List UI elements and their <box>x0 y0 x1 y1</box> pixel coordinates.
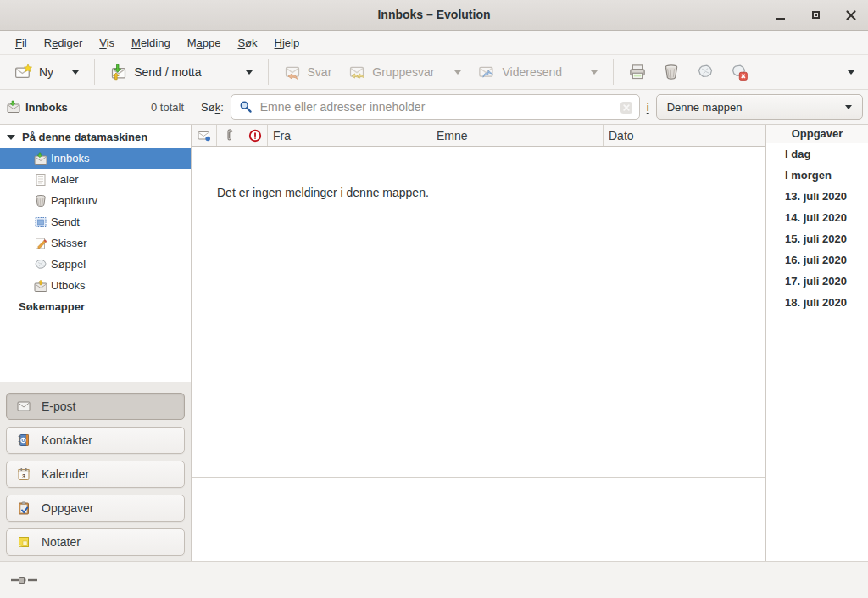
task-group-date[interactable]: 13. juli 2020 <box>766 186 868 207</box>
search-scope-dropdown[interactable]: Denne mappen <box>656 94 863 120</box>
column-attachment[interactable] <box>217 125 242 146</box>
folder-message-count: 0 totalt <box>151 101 184 114</box>
trash-icon <box>663 64 680 81</box>
search-input[interactable] <box>259 99 614 115</box>
print-button[interactable] <box>620 59 654 86</box>
folder-item-sendt[interactable]: Sendt <box>0 211 191 232</box>
send-receive-dropdown-arrow[interactable] <box>246 70 253 75</box>
calendar-icon: 3 <box>17 467 31 481</box>
templates-icon <box>34 173 47 187</box>
folder-label: Utboks <box>51 279 85 292</box>
task-group-date[interactable]: 15. juli 2020 <box>766 228 868 249</box>
tasks-pane-header[interactable]: Oppgaver <box>766 125 868 143</box>
menu-view[interactable]: Vis <box>91 33 123 53</box>
menu-help[interactable]: Hjelp <box>266 33 309 53</box>
group-reply-icon <box>348 64 365 81</box>
window-controls <box>773 0 858 30</box>
group-reply-button[interactable]: Gruppesvar <box>340 59 470 86</box>
junk-button[interactable] <box>688 59 722 86</box>
menu-folder[interactable]: Mappe <box>179 33 230 53</box>
maximize-icon <box>812 11 820 19</box>
minimize-icon <box>776 18 785 20</box>
close-button[interactable] <box>844 8 858 22</box>
folder-item-innboks[interactable]: Innboks <box>0 148 191 169</box>
not-junk-icon <box>731 64 748 81</box>
contacts-icon <box>17 433 31 447</box>
inbox-icon <box>7 100 20 114</box>
menu-file[interactable]: Fil <box>7 33 36 53</box>
svg-text:3: 3 <box>22 473 25 479</box>
print-icon <box>629 64 646 81</box>
task-group-date[interactable]: 17. juli 2020 <box>766 271 868 292</box>
paperclip-icon <box>223 129 236 143</box>
column-subject[interactable]: Emne <box>431 125 604 146</box>
folder-item-maler[interactable]: Maler <box>0 169 191 190</box>
forward-dropdown-arrow[interactable] <box>591 70 598 75</box>
sidebar-splitter[interactable] <box>191 125 192 561</box>
folder-item-soppel[interactable]: Søppel <box>0 254 191 275</box>
folder-item-papirkurv[interactable]: Papirkurv <box>0 190 191 211</box>
task-group-date[interactable]: 16. juli 2020 <box>766 249 868 271</box>
inbox-icon <box>34 152 47 165</box>
preview-pane-splitter[interactable] <box>192 477 765 478</box>
switcher-calendar-button[interactable]: 3 Kalender <box>6 461 185 488</box>
titlebar: Innboks – Evolution <box>0 0 868 31</box>
toolbar-separator <box>613 59 614 85</box>
search-icon <box>239 100 253 114</box>
task-group-today[interactable]: I dag <box>766 143 868 165</box>
sent-icon <box>34 215 47 229</box>
minimize-button[interactable] <box>773 8 787 22</box>
folder-label: Innboks <box>51 152 90 165</box>
folder-item-utboks[interactable]: Utboks <box>0 275 191 296</box>
new-message-dropdown-arrow[interactable] <box>72 70 79 75</box>
menu-edit[interactable]: Rediger <box>36 33 92 53</box>
message-list-header: Fra Emne Dato <box>192 125 765 147</box>
column-important[interactable] <box>242 125 268 146</box>
online-status-icon[interactable] <box>10 573 39 587</box>
clear-search-icon[interactable] <box>620 101 633 115</box>
forward-icon <box>478 64 495 81</box>
forward-button[interactable]: Videresend <box>470 59 606 86</box>
maximize-button[interactable] <box>809 8 822 22</box>
send-receive-icon <box>110 64 127 81</box>
reply-button[interactable]: Svar <box>275 59 341 86</box>
switcher-memos-button[interactable]: Notater <box>6 528 185 556</box>
junk-icon <box>34 258 47 271</box>
menu-message[interactable]: Melding <box>123 33 179 53</box>
column-read-status[interactable] <box>192 125 217 146</box>
switcher-mail-button[interactable]: E-post <box>6 393 185 420</box>
scope-dropdown-arrow <box>845 105 852 109</box>
new-mail-icon <box>15 64 32 81</box>
menu-search[interactable]: Søk <box>229 33 265 53</box>
tree-root-search-folders[interactable]: Søkemapper <box>0 296 191 317</box>
mail-icon <box>17 400 31 413</box>
switcher-memos-label: Notater <box>42 535 81 549</box>
send-receive-button[interactable]: Send / motta <box>102 59 260 86</box>
search-bar: Innboks 0 totalt Søk: i Denne mappen <box>0 89 868 125</box>
tasks-icon <box>17 501 31 515</box>
group-reply-dropdown-arrow[interactable] <box>454 70 461 75</box>
switcher-contacts-label: Kontakter <box>42 433 92 447</box>
switcher-contacts-button[interactable]: Kontakter <box>6 427 185 454</box>
message-list-pane: Fra Emne Dato Det er ingen meldinger i d… <box>192 125 765 561</box>
switcher-tasks-button[interactable]: Oppgaver <box>6 495 185 522</box>
task-group-tomorrow[interactable]: I morgen <box>766 165 868 186</box>
folder-item-skisser[interactable]: Skisser <box>0 232 191 254</box>
search-scope-value: Denne mappen <box>667 101 743 114</box>
task-group-date[interactable]: 14. juli 2020 <box>766 207 868 228</box>
view-switcher: E-post Kontakter 3 Kalen <box>0 382 191 561</box>
outbox-icon <box>34 279 47 293</box>
column-date[interactable]: Dato <box>604 125 765 146</box>
new-message-button[interactable]: Ny <box>7 59 87 86</box>
delete-button[interactable] <box>654 59 688 86</box>
column-from[interactable]: Fra <box>268 125 431 146</box>
drafts-icon <box>34 237 47 250</box>
window-title: Innboks – Evolution <box>0 0 868 30</box>
not-junk-button[interactable] <box>722 59 756 86</box>
task-group-date[interactable]: 18. juli 2020 <box>766 292 868 313</box>
junk-icon <box>697 64 714 81</box>
tree-root-on-this-computer[interactable]: På denne datamaskinen <box>0 126 191 148</box>
folder-label: Sendt <box>51 215 80 228</box>
expander-icon[interactable] <box>7 134 15 141</box>
toolbar-overflow-arrow[interactable] <box>848 70 854 75</box>
